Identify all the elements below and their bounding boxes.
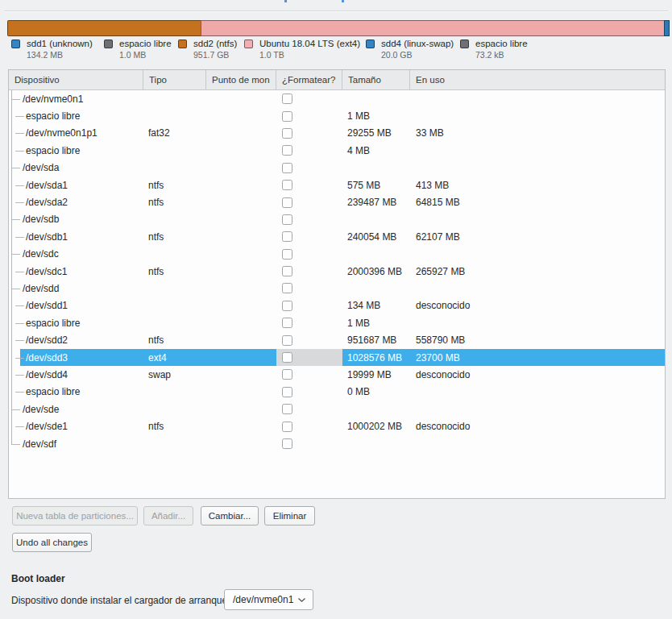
disk-segment (664, 20, 670, 36)
table-row[interactable]: /dev/sde1ntfs1000202 MBdesconocido (9, 418, 665, 434)
format-checkbox[interactable] (282, 266, 292, 276)
mount-point-cell (206, 142, 276, 159)
format-cell (276, 297, 342, 314)
format-checkbox[interactable] (282, 422, 292, 432)
format-checkbox[interactable] (282, 352, 292, 363)
tree-branch-line (15, 185, 24, 186)
type-cell (143, 107, 206, 124)
type-cell: swap (143, 366, 206, 383)
type-cell: ntfs (143, 177, 206, 193)
table-row[interactable]: /dev/sdd1134 MBdesconocido (9, 297, 665, 314)
table-row[interactable]: /dev/sdc (9, 246, 665, 263)
table-row[interactable]: /dev/sdd (9, 280, 665, 297)
tree-branch-line (15, 133, 24, 134)
tree-branch-line (15, 340, 24, 341)
format-checkbox[interactable] (282, 283, 292, 293)
table-row[interactable]: espacio libre1 MB (9, 107, 665, 124)
size-cell: 240054 MB (342, 228, 410, 245)
format-cell (276, 384, 342, 401)
legend-size: 73.2 kB (475, 50, 528, 60)
format-cell (276, 418, 342, 434)
table-row[interactable]: /dev/sdd2ntfs951687 MB558790 MB (9, 331, 665, 348)
format-checkbox[interactable] (282, 128, 292, 139)
table-row[interactable]: /dev/sdd3ext41028576 MB23700 MB (9, 349, 665, 366)
new-partition-table-button[interactable]: Nueva tabla de particiones... (12, 506, 138, 526)
mount-point-cell (206, 177, 276, 193)
size-cell: 1 MB (342, 107, 410, 124)
tree-branch-line (11, 219, 20, 220)
format-checkbox[interactable] (282, 301, 292, 311)
format-checkbox[interactable] (282, 438, 292, 449)
disk-segment (7, 20, 201, 36)
legend-color-chip (366, 39, 375, 48)
column-header: En uso (410, 70, 666, 89)
type-cell: fat32 (143, 125, 206, 142)
format-checkbox[interactable] (282, 145, 292, 156)
format-checkbox[interactable] (282, 404, 292, 414)
table-row[interactable]: /dev/sdb (9, 211, 665, 228)
size-cell: 0 MB (342, 384, 410, 401)
format-cell (276, 263, 342, 280)
size-cell: 134 MB (342, 297, 410, 314)
format-checkbox[interactable] (282, 231, 292, 242)
format-checkbox[interactable] (282, 387, 292, 397)
column-header: Dispositivo (9, 70, 143, 89)
mount-point-cell (206, 228, 276, 245)
delete-button[interactable]: Eliminar (264, 506, 315, 526)
table-row[interactable]: espacio libre4 MB (9, 142, 665, 159)
change-button[interactable]: Cambiar... (201, 506, 259, 526)
tree-branch-line (15, 426, 24, 427)
format-cell (276, 228, 342, 245)
format-checkbox[interactable] (282, 318, 292, 328)
used-cell: 265927 MB (410, 263, 666, 280)
type-cell (143, 211, 206, 228)
device-cell: /dev/sdd1 (9, 297, 143, 314)
format-checkbox[interactable] (282, 249, 292, 260)
used-cell: 62107 MB (410, 228, 666, 245)
table-row[interactable]: /dev/sde (9, 401, 665, 418)
format-checkbox[interactable] (282, 163, 292, 173)
format-checkbox[interactable] (282, 180, 292, 190)
type-cell (143, 401, 206, 418)
table-row[interactable]: /dev/nvme0n1 (9, 90, 665, 107)
table-row[interactable]: /dev/sdb1ntfs240054 MB62107 MB (9, 228, 665, 245)
size-cell: 4 MB (342, 142, 410, 159)
tree-branch-line (15, 116, 24, 117)
used-cell: 64815 MB (410, 193, 666, 210)
used-cell: desconocido (410, 297, 666, 314)
table-row[interactable]: /dev/sda2ntfs239487 MB64815 MB (9, 193, 665, 210)
format-checkbox[interactable] (282, 369, 292, 380)
format-checkbox[interactable] (282, 197, 292, 208)
table-row[interactable]: espacio libre1 MB (9, 314, 665, 331)
device-cell: /dev/sdc1 (9, 263, 143, 280)
size-cell (342, 246, 410, 263)
table-row[interactable]: espacio libre0 MB (9, 384, 665, 401)
boot-loader-device-select[interactable]: /dev/nvme0n1 (224, 589, 313, 610)
table-row[interactable]: /dev/sdc1ntfs2000396 MB265927 MB (9, 263, 665, 280)
device-cell: espacio libre (9, 384, 143, 401)
size-cell: 29255 MB (342, 125, 410, 142)
tree-branch-line (15, 272, 24, 272)
column-header: Tipo (143, 70, 206, 89)
size-cell: 1 MB (342, 314, 410, 331)
table-row[interactable]: /dev/nvme0n1p1fat3229255 MB33 MB (9, 125, 665, 142)
type-cell: ntfs (143, 228, 206, 245)
table-body: /dev/nvme0n1espacio libre1 MB/dev/nvme0n… (9, 90, 665, 452)
table-row[interactable]: /dev/sda1ntfs575 MB413 MB (9, 177, 665, 193)
undo-all-changes-button[interactable]: Undo all changes (12, 533, 92, 552)
legend-size: 20.0 GB (381, 50, 454, 60)
format-checkbox[interactable] (282, 214, 292, 225)
table-row[interactable]: /dev/sda (9, 160, 665, 177)
mount-point-cell (206, 280, 276, 297)
tree-branch-line (11, 289, 20, 289)
format-checkbox[interactable] (282, 93, 292, 104)
partition-table[interactable]: DispositivoTipoPunto de mon¿Formatear?Ta… (8, 69, 666, 499)
used-cell (410, 160, 666, 177)
table-row[interactable]: /dev/sdf (9, 435, 665, 452)
legend-size: 134.2 MB (27, 50, 93, 60)
add-button[interactable]: Añadir... (143, 506, 193, 526)
table-row[interactable]: /dev/sdd4swap19999 MBdesconocido (9, 366, 665, 383)
format-checkbox[interactable] (282, 335, 292, 346)
format-checkbox[interactable] (282, 111, 292, 122)
size-cell (342, 160, 410, 177)
